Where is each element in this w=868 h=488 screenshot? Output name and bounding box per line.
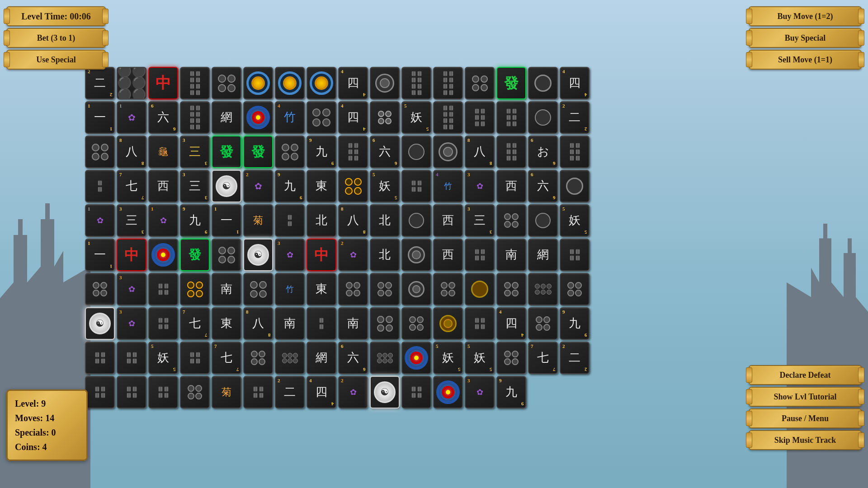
tile[interactable]: 西 [148,170,178,202]
tile[interactable] [148,307,178,340]
tile[interactable] [148,273,178,305]
tile[interactable]: ✿3 [117,307,146,340]
tile[interactable] [528,204,558,237]
tile[interactable] [528,67,558,99]
tile[interactable] [496,342,526,374]
tile[interactable] [243,273,273,305]
tile[interactable]: 南 [212,273,241,305]
tile[interactable]: 西 [433,204,463,237]
tile[interactable] [560,273,590,305]
tile[interactable]: 中 [148,67,178,99]
tile[interactable]: 8八8 [465,136,495,168]
tile[interactable]: 南 [275,307,305,340]
tile[interactable]: 發 [496,67,526,99]
tile[interactable] [275,67,305,99]
tile[interactable]: 中 [117,239,146,271]
tile[interactable]: 4四4 [496,307,526,340]
tile[interactable]: 發 [243,136,273,168]
tile[interactable]: 發 [180,239,210,271]
tile[interactable] [433,273,463,305]
tile[interactable] [212,239,241,271]
tile[interactable]: 2二2 [560,342,590,374]
tile[interactable] [401,170,431,202]
tile[interactable] [307,307,336,340]
tile[interactable]: 4四4 [560,67,590,99]
tile[interactable] [370,101,400,134]
tile[interactable] [180,342,210,374]
tile[interactable] [496,136,526,168]
tile[interactable] [117,376,146,408]
tile[interactable] [433,136,463,168]
tile[interactable]: 5妖5 [433,342,463,374]
tile[interactable]: 2二2 [85,67,115,99]
tile[interactable]: 5妖5 [465,342,495,374]
tile[interactable] [465,307,495,340]
tile[interactable]: 7七7 [528,342,558,374]
tile[interactable]: ☯ [85,307,115,340]
tile[interactable] [307,67,336,99]
tile[interactable] [401,136,431,168]
tile[interactable]: 龜 [148,136,178,168]
sell-move-button[interactable]: Sell Move (1=1) [749,50,862,70]
tile[interactable]: ☯ [243,239,273,271]
tile[interactable]: 中 [307,239,336,271]
tile[interactable]: 4四4 [338,101,368,134]
bet-button[interactable]: Bet (3 to 1) [6,28,106,48]
tile[interactable]: 9九9 [496,376,526,408]
tile[interactable]: 8八8 [117,136,146,168]
tile[interactable] [465,67,495,99]
tile[interactable]: 西 [433,239,463,271]
tile[interactable]: 9九9 [560,307,590,340]
tile[interactable] [148,239,178,271]
tile[interactable]: 7七7 [117,170,146,202]
skip-music-button[interactable]: Skip Music Track [749,430,862,450]
tile[interactable] [528,101,558,134]
tile[interactable]: ✿2 [338,239,368,271]
tile[interactable] [370,67,400,99]
tile[interactable]: 3三3 [180,170,210,202]
use-special-button[interactable]: Use Special [6,50,106,70]
tile[interactable]: ✿3 [465,170,495,202]
tile[interactable]: ✿3 [465,376,495,408]
tile[interactable]: 北 [370,239,400,271]
tile[interactable]: 6六6 [148,101,178,134]
tile[interactable]: ✿2 [338,376,368,408]
show-tutorial-button[interactable]: Show Lvl Tutorial [749,387,862,407]
tile[interactable] [433,376,463,408]
tile[interactable]: 3三3 [117,204,146,237]
tile[interactable] [85,376,115,408]
tile[interactable]: 3三3 [465,204,495,237]
tile[interactable]: ✿1 [85,204,115,237]
tile[interactable] [465,239,495,271]
tile[interactable]: ✿1 [117,101,146,134]
tile[interactable]: 1一1 [85,101,115,134]
tile[interactable] [401,67,431,99]
tile[interactable]: 西 [496,170,526,202]
tile[interactable]: 網 [528,239,558,271]
tile[interactable] [370,273,400,305]
buy-special-button[interactable]: Buy Special [749,28,862,48]
tile[interactable]: 8八8 [243,307,273,340]
tile[interactable]: 1一1 [212,204,241,237]
tile[interactable] [85,170,115,202]
tile[interactable]: 9九9 [180,204,210,237]
tile[interactable] [85,136,115,168]
tile[interactable]: 5妖5 [401,101,431,134]
tile[interactable]: 發 [212,136,241,168]
tile[interactable] [433,101,463,134]
tile[interactable]: 9九9 [275,170,305,202]
tile[interactable] [433,67,463,99]
tile[interactable] [433,307,463,340]
tile[interactable]: 東 [307,170,336,202]
buy-move-button[interactable]: Buy Move (1=2) [749,6,862,26]
tile[interactable] [401,239,431,271]
tile[interactable] [496,273,526,305]
tile[interactable]: 5妖5 [148,342,178,374]
tile[interactable]: ✿3 [275,239,305,271]
tile[interactable]: 4四4 [307,376,336,408]
tile[interactable]: ✿1 [148,204,178,237]
tile[interactable] [370,342,400,374]
pause-menu-button[interactable]: Pause / Menu [749,408,862,428]
tile[interactable]: 菊 [212,376,241,408]
tile[interactable] [338,273,368,305]
